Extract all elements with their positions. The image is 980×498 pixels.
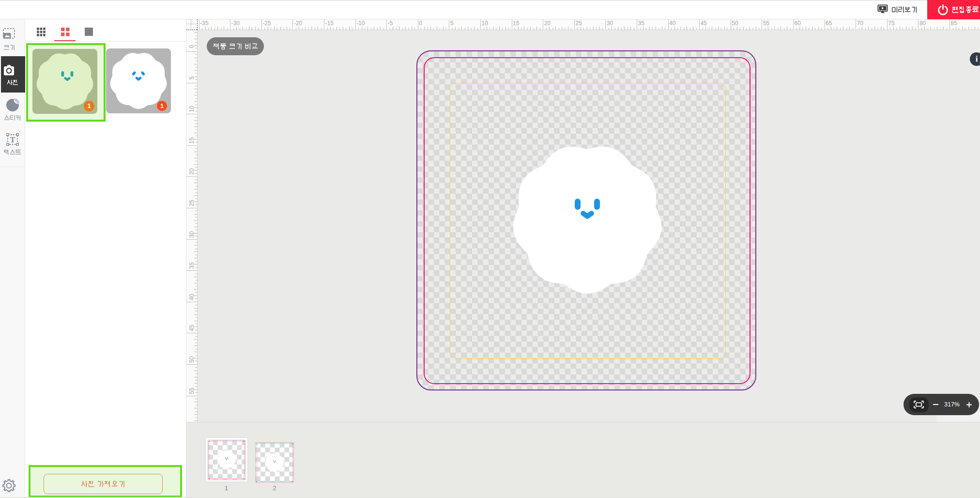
- svg-text:T: T: [10, 135, 15, 144]
